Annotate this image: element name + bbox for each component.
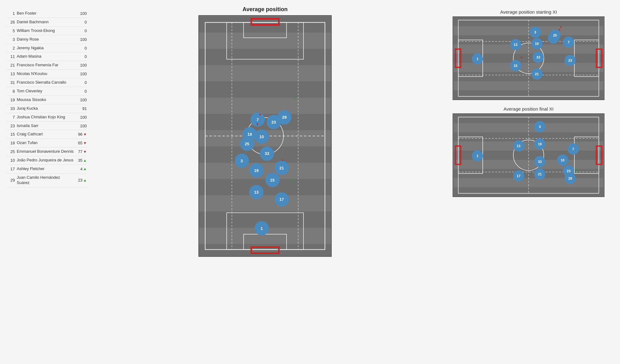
player-number: 23 [6, 124, 15, 128]
main-pitch-section: Average position [87, 6, 443, 257]
player-pct: 0 [76, 29, 87, 33]
mini-player-bubble: 10 [557, 155, 568, 166]
starting-xi-title: Average position starting XI [500, 9, 557, 15]
right-panels: Average position starting XI [443, 6, 614, 197]
player-number: 5 [6, 29, 15, 33]
mini-sub-out-icon: ▼ [559, 25, 562, 29]
player-row: 31Francisco Sierralta Carvallo0 [6, 78, 87, 87]
player-name: Juan Camilo Hernández Suárez [17, 175, 74, 186]
player-row: 7Joshua Christian Kojo King100 [6, 113, 87, 122]
mini-player-bubble: 7 [563, 37, 574, 48]
mini-player-bubble: 21 [534, 169, 545, 180]
mini-player-bubble: 17 [513, 170, 524, 182]
player-number: 26 [6, 20, 15, 24]
player-row: 33Juraj Kucka91 [6, 104, 87, 113]
player-bubble: 3 [235, 154, 249, 168]
mini-player-bubble: 19 [534, 138, 545, 150]
sub-out-icon: ▼ [256, 122, 259, 126]
player-pct: 100 [76, 37, 87, 42]
svg-rect-3 [199, 81, 331, 98]
player-row: 1Ben Foster100 [6, 9, 87, 18]
arrow-up-icon: ▲ [83, 158, 87, 163]
player-row: 2Jeremy Ngakia0 [6, 44, 87, 53]
mini-player-bubble: 23 [565, 55, 576, 66]
player-name: Daniel Bachmann [17, 20, 74, 25]
sub-in-icon: ▲ [293, 96, 296, 100]
arrow-up-icon: ▲ [83, 167, 87, 171]
main-pitch: 13710▲1315▼17▲18▼19212325▼29▲33 [198, 15, 332, 257]
player-name: Ismaïla Sarr [17, 123, 74, 129]
final-xi-title: Average position final XI [503, 106, 554, 112]
player-name: Ashley Fletcher [17, 166, 74, 172]
player-number: 33 [6, 106, 15, 111]
player-row: 15Craig Cathcart96▼ [6, 130, 87, 139]
player-number: 11 [6, 54, 15, 59]
player-name: João Pedro Junqueira de Jesus [17, 158, 74, 163]
player-bubble: 33 [260, 147, 274, 161]
mini-player-bubble: 15▼ [510, 60, 521, 71]
player-name: Tom Cleverley [17, 89, 74, 94]
player-bubble: 13 [249, 185, 264, 199]
player-number: 21 [6, 63, 15, 68]
player-pct: 96▼ [76, 132, 87, 137]
arrow-down-icon: ▼ [83, 150, 87, 154]
player-pct: 35▲ [76, 158, 87, 163]
player-name: Jeremy Ngakia [17, 46, 74, 51]
player-pct: 100 [76, 115, 87, 120]
player-number: 1 [6, 11, 15, 16]
mini-player-bubble: 19 [531, 38, 542, 49]
mini-player-bubble: 3 [530, 27, 541, 38]
mini-player-bubble: 7▲ [568, 143, 579, 155]
player-number: 25 [6, 149, 15, 154]
player-row: 25Emmanuel Bonaventure Dennis77▼ [6, 147, 87, 156]
player-list: 1Ben Foster10026Daniel Bachmann05William… [6, 6, 87, 187]
mini-player-bubble: 13 [510, 39, 521, 50]
sub-out-icon: ▼ [259, 113, 262, 116]
player-bubble: 25▼ [240, 137, 254, 151]
player-pct: 91 [76, 106, 87, 111]
arrow-down-icon: ▼ [83, 132, 87, 137]
mini-player-bubble: 33 [533, 52, 544, 63]
player-name: Joshua Christian Kojo King [17, 115, 74, 120]
player-bubble: 29▲ [277, 110, 291, 125]
player-name: Nicolas N'Koulou [17, 71, 74, 77]
arrow-up-icon: ▲ [83, 178, 87, 182]
svg-rect-2 [199, 49, 331, 65]
player-pct: 100 [76, 124, 87, 128]
main-pitch-title: Average position [242, 6, 287, 13]
player-pct: 4▲ [76, 167, 87, 171]
player-row: 21Francisco Femenía Far100 [6, 61, 87, 70]
mini-player-bubble: 1 [472, 53, 483, 64]
player-row: 5William Troost-Ekong0 [6, 27, 87, 35]
player-name: Juraj Kucka [17, 106, 74, 111]
player-number: 17 [6, 167, 15, 171]
final-xi-section: Average position final XI 137▲101317 [443, 106, 614, 197]
player-pct: 65▼ [76, 141, 87, 145]
player-number: 7 [6, 115, 15, 120]
player-name: Craig Cathcart [17, 132, 74, 137]
player-name: Moussa Sissoko [17, 97, 74, 103]
mini-sub-in-icon: ▲ [574, 169, 578, 172]
player-bubble: 15▼ [265, 173, 280, 187]
player-number: 29 [6, 178, 15, 182]
player-row: 8Tom Cleverley0 [6, 87, 87, 96]
player-row: 3Danny Rose100 [6, 35, 87, 44]
mini-player-bubble: 13 [513, 140, 524, 151]
player-row: 26Daniel Bachmann0 [6, 18, 87, 27]
player-name: Francisco Sierralta Carvallo [17, 80, 74, 85]
player-name: Adam Masina [17, 54, 74, 59]
player-number: 31 [6, 80, 15, 85]
player-number: 10 [6, 158, 15, 163]
player-name: Ben Foster [17, 11, 74, 16]
player-number: 13 [6, 72, 15, 76]
mini-player-bubble: 29▲ [565, 173, 576, 184]
player-pct: 23▲ [76, 178, 87, 182]
mini-player-bubble: 21 [531, 68, 542, 80]
player-pct: 100 [76, 63, 87, 68]
player-bubble: 17▲ [275, 192, 289, 207]
player-number: 15 [6, 132, 15, 137]
player-row: 18Ozan Tufan65▼ [6, 139, 87, 147]
mini-sub-out-icon: ▼ [520, 56, 523, 59]
mini-player-bubble: 25▼ [549, 30, 560, 41]
player-pct: 100 [76, 11, 87, 16]
